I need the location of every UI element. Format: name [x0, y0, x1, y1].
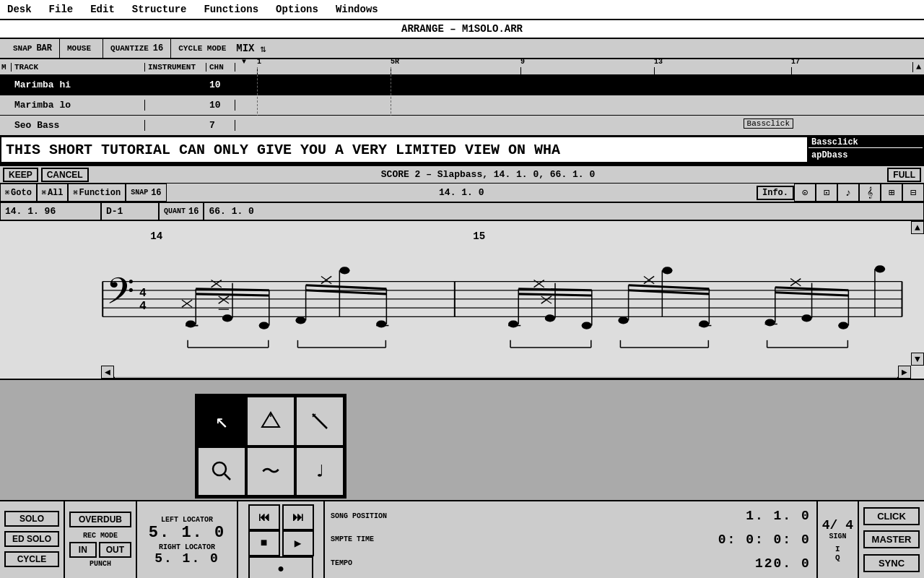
- svg-text:4: 4: [139, 286, 147, 300]
- overdub-button[interactable]: OVERDUB: [69, 512, 131, 527]
- tool-bend[interactable]: 〜: [246, 447, 295, 497]
- main-area: M TRACK INSTRUMENT CHN 1 5R ▼ 9: [0, 59, 924, 499]
- right-locator-value[interactable]: 5. 1. 0: [154, 551, 219, 566]
- score-scroll-left[interactable]: ◀: [101, 366, 114, 379]
- q-label: Q: [835, 553, 840, 562]
- score-controls-row2: 14. 1. 96 D-1 QUANT 16 66. 1. 0: [0, 202, 924, 221]
- cycle-button[interactable]: CYCLE: [4, 551, 59, 567]
- svg-text:4: 4: [139, 299, 147, 313]
- track-1-chn[interactable]: 10: [206, 79, 235, 90]
- stop-button[interactable]: ■: [248, 530, 280, 556]
- tool-magnifier[interactable]: [197, 447, 246, 497]
- svg-line-104: [225, 474, 230, 480]
- cancel-button[interactable]: CANCEL: [41, 168, 89, 182]
- menu-edit[interactable]: Edit: [90, 4, 115, 15]
- score-icon-3[interactable]: ♪: [837, 184, 859, 202]
- svg-line-101: [313, 414, 327, 428]
- info-btn[interactable]: Info.: [757, 186, 794, 200]
- goto-label: Goto: [11, 188, 32, 198]
- ruler-mark-9: 9: [520, 58, 525, 66]
- keep-button[interactable]: KEEP: [3, 168, 38, 182]
- menu-options[interactable]: Options: [276, 4, 318, 15]
- tool-pencil[interactable]: [246, 396, 295, 447]
- menu-functions[interactable]: Functions: [204, 4, 258, 15]
- score-toolbar: KEEP CANCEL SCORE 2 – Slapbass, 14. 1. 0…: [0, 165, 924, 184]
- track-3-name[interactable]: Seo Bass: [12, 120, 145, 131]
- sign-label: SIGN: [829, 532, 846, 540]
- marquee-overlay: Bassclick apDbass: [807, 137, 923, 162]
- sign-value[interactable]: 4/ 4: [822, 518, 853, 532]
- score-icon-6[interactable]: ⊟: [902, 184, 924, 202]
- svg-point-34: [339, 267, 349, 274]
- rec-mode-label: REC MODE: [69, 532, 131, 540]
- play-button[interactable]: ▶: [282, 530, 314, 556]
- tracks-section: M TRACK INSTRUMENT CHN 1 5R ▼ 9: [0, 59, 924, 165]
- svg-point-28: [259, 322, 269, 329]
- left-locator-value[interactable]: 5. 1. 0: [149, 524, 225, 542]
- score-icon-1[interactable]: ⊙: [794, 184, 816, 202]
- track-1-name[interactable]: Marimba hi: [12, 79, 145, 90]
- track-row-1[interactable]: Marimba hi 10: [0, 75, 924, 95]
- toolbar: SNAP BAR MOUSE QUANTIZE 16 CYCLE MODE MI…: [0, 39, 924, 59]
- song-pos-value[interactable]: 1. 1. 0: [746, 509, 811, 523]
- tool-pointer[interactable]: ↖: [197, 396, 246, 447]
- master-button[interactable]: MASTER: [863, 530, 920, 548]
- track-row-2[interactable]: Marimba lo 10: [0, 95, 924, 116]
- tool-palette: ↖ 〜 ♩: [195, 394, 346, 499]
- appbass-overlay-label: apDbass: [808, 148, 923, 162]
- full-button[interactable]: FULL: [887, 168, 921, 182]
- menu-desk[interactable]: Desk: [7, 4, 32, 15]
- tempo-value[interactable]: 120. 0: [755, 556, 811, 571]
- goto-btn[interactable]: ⌘ Goto: [0, 184, 37, 202]
- menu-bar: Desk File Edit Structure Functions Optio…: [0, 0, 924, 20]
- tool-note[interactable]: ♩: [295, 447, 344, 497]
- menu-file[interactable]: File: [49, 4, 74, 15]
- sign-section: 4/ 4 SIGN I Q: [818, 501, 859, 578]
- ed-solo-button[interactable]: ED SOLO: [4, 531, 59, 547]
- cycle-mode-arrows[interactable]: ⇅: [260, 43, 266, 55]
- function-prefix: ⌘: [73, 189, 77, 197]
- score-scroll-up[interactable]: ▲: [911, 221, 924, 234]
- sync-button[interactable]: SYNC: [863, 554, 920, 572]
- snap-value[interactable]: BAR: [36, 43, 52, 53]
- tool-eraser[interactable]: [295, 396, 344, 447]
- snap-label: SNAP: [13, 44, 32, 53]
- cycle-mode-value[interactable]: MIX: [236, 43, 254, 54]
- all-btn[interactable]: ⌘ All: [37, 184, 69, 202]
- punch-out-button[interactable]: OUT: [99, 542, 131, 558]
- fast-forward-button[interactable]: ⏭: [282, 504, 314, 530]
- quantize-value[interactable]: 16: [153, 43, 163, 53]
- track-2-chn[interactable]: 10: [206, 100, 235, 111]
- function-btn[interactable]: ⌘ Function: [68, 184, 126, 202]
- score-scroll-right[interactable]: ▶: [898, 366, 911, 379]
- svg-point-52: [618, 316, 628, 324]
- transport-bar: SOLO ED SOLO CYCLE OVERDUB REC MODE IN O…: [0, 500, 924, 578]
- menu-windows[interactable]: Windows: [336, 4, 378, 15]
- score-icon-2[interactable]: ⊡: [816, 184, 837, 202]
- snap-display-label: SNAP: [131, 189, 148, 197]
- rewind-button[interactable]: ⏮: [248, 504, 280, 530]
- menu-structure[interactable]: Structure: [132, 4, 187, 15]
- title-bar: ARRANGE – M1SOLO.ARR: [0, 20, 924, 39]
- svg-point-103: [213, 462, 226, 475]
- score-icon-4[interactable]: 𝄞: [859, 184, 881, 202]
- click-button[interactable]: CLICK: [863, 507, 920, 525]
- scroll-up-arrow[interactable]: ▲: [912, 62, 924, 72]
- track-row-3[interactable]: Seo Bass 7 Bassclick: [0, 116, 924, 136]
- score-scroll-down[interactable]: ▼: [911, 353, 924, 366]
- smpte-value[interactable]: 0: 0: 0: 0: [718, 532, 811, 547]
- marquee-area: THIS SHORT TUTORIAL CAN ONLY GIVE YOU A …: [0, 136, 924, 163]
- score-icon-5[interactable]: ⊞: [881, 184, 902, 202]
- svg-point-66: [875, 265, 885, 272]
- score-pos-display-val: 14. 1. 96: [5, 206, 56, 217]
- track-3-chn[interactable]: 7: [206, 120, 235, 131]
- bassclick-segment[interactable]: Bassclick: [744, 118, 793, 129]
- record-button[interactable]: ●: [248, 556, 313, 578]
- track-2-name[interactable]: Marimba lo: [12, 100, 145, 111]
- playback-row-1: ⏮ ⏭: [248, 504, 314, 530]
- solo-button[interactable]: SOLO: [4, 511, 59, 527]
- score-controls-row1: ⌘ Goto ⌘ All ⌘ Function SNAP 16 14. 1. 0…: [0, 184, 924, 202]
- svg-point-43: [508, 320, 518, 327]
- svg-point-56: [699, 320, 709, 327]
- punch-in-button[interactable]: IN: [69, 542, 97, 558]
